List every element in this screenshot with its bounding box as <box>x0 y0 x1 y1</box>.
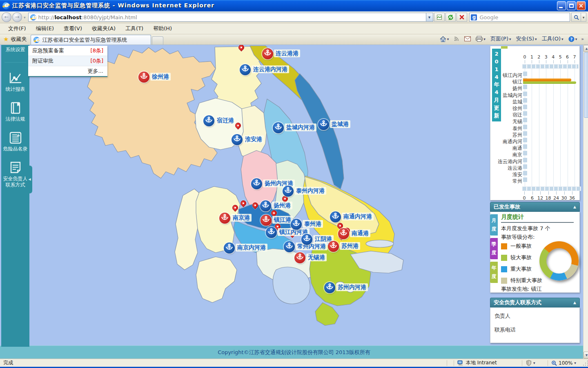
tools-menu-button[interactable]: 工具(O)▼ <box>540 34 565 43</box>
legend-swatch <box>501 278 507 284</box>
port-marker-red[interactable] <box>294 252 305 263</box>
help-button[interactable]: ? ▼ <box>567 35 579 43</box>
scroll-down-button[interactable]: ▼ <box>584 352 588 359</box>
sidebar-item-label: 安全负责人联系方式 <box>1 176 29 188</box>
compatibility-icon <box>437 14 442 20</box>
home-button[interactable]: ▼ <box>438 35 451 43</box>
vertical-scrollbar[interactable]: ▲ ▼ <box>583 45 588 359</box>
sidebar-item-1[interactable]: 法律法规 <box>1 101 29 122</box>
favorites-button[interactable]: ★ 收藏夹 <box>0 36 31 45</box>
port-marker-blue[interactable] <box>291 219 302 230</box>
port-marker-red[interactable] <box>219 213 230 224</box>
period-tab-1[interactable]: 季度 <box>490 238 498 259</box>
bottom-axis-tick: 6 <box>531 195 534 201</box>
legend-swatch <box>501 243 507 249</box>
forward-button[interactable]: → <box>12 12 22 22</box>
anchor-icon <box>326 283 334 292</box>
anchor-icon <box>221 213 229 223</box>
menu-item-0[interactable]: 文件(F) <box>3 24 31 34</box>
port-marker-red[interactable] <box>138 72 149 83</box>
chart-category-label: 连云港内河 <box>491 158 522 165</box>
contact-panel-header[interactable]: 安全负责人联系方式 ▲ <box>490 298 580 307</box>
book-icon <box>1 101 29 114</box>
search-options-dropdown[interactable]: ▼ <box>581 13 586 22</box>
search-button[interactable] <box>571 13 581 22</box>
sidebar-item-label: 法律法规 <box>1 116 29 122</box>
menu-item-5[interactable]: 帮助(H) <box>148 24 177 34</box>
sidebar-item-3[interactable]: 安全负责人联系方式 <box>1 161 29 188</box>
menu-item-1[interactable]: 编辑(E) <box>31 24 59 34</box>
port-marker-blue[interactable] <box>330 211 341 222</box>
chart-category-label: 盐城内河 <box>491 92 522 99</box>
back-button[interactable]: ← <box>2 12 11 22</box>
anchor-icon <box>140 72 148 82</box>
legend-label: 重大事故 <box>510 265 532 273</box>
safety-menu-button[interactable]: 安全(S)▼ <box>514 34 539 43</box>
scroll-up-button[interactable]: ▲ <box>584 45 588 52</box>
maximize-button[interactable] <box>567 1 576 10</box>
scroll-thumb[interactable] <box>584 52 588 118</box>
port-marker-blue[interactable] <box>301 234 312 245</box>
ie-icon <box>2 2 10 9</box>
port-marker-red[interactable] <box>328 241 339 252</box>
menu-item-2[interactable]: 查看(V) <box>59 24 87 34</box>
more-link[interactable]: 更多... <box>28 66 107 76</box>
port-marker-blue[interactable] <box>203 115 214 126</box>
port-marker-blue[interactable] <box>232 134 243 145</box>
port-marker-blue[interactable] <box>324 282 335 293</box>
port-marker-red[interactable] <box>338 228 349 239</box>
chart-icon <box>1 72 29 85</box>
chart-category-label: 盐城 <box>491 99 522 105</box>
port-marker-blue[interactable] <box>224 242 235 254</box>
mail-button[interactable] <box>463 36 472 42</box>
port-marker-red[interactable] <box>262 48 273 59</box>
address-dropdown[interactable]: ▼ <box>426 13 433 22</box>
feeds-button[interactable] <box>452 35 461 43</box>
history-dropdown-icon[interactable]: ▼ <box>24 16 26 19</box>
port-label: 扬州港 <box>272 202 292 209</box>
search-input[interactable]: g Google <box>469 13 570 22</box>
port-label: 南京港 <box>231 214 252 222</box>
period-tab-0[interactable]: 月度 <box>490 214 498 236</box>
search-placeholder: Google <box>479 14 498 20</box>
collapse-arrow-icon[interactable]: ▲ <box>573 301 576 305</box>
print-button[interactable]: ▼ <box>474 35 487 43</box>
port-marker-blue[interactable] <box>284 241 295 252</box>
period-tab-2[interactable]: 年度 <box>490 262 498 283</box>
quick-panel-row-license-approval[interactable]: 附证审批 [0条] <box>28 56 107 66</box>
zoom-control[interactable]: 100% ▼ <box>551 360 582 366</box>
close-button[interactable]: × <box>577 1 586 10</box>
stop-button[interactable] <box>457 13 467 22</box>
address-input[interactable]: http://localhost:8080/yjpt/Main.html <box>28 13 426 22</box>
port-marker-blue[interactable] <box>251 178 262 189</box>
port-marker-blue[interactable] <box>240 64 251 75</box>
port-marker-red[interactable] <box>261 215 272 226</box>
port-marker-blue[interactable] <box>273 122 284 133</box>
protected-mode-button[interactable]: ▼ <box>526 360 544 366</box>
compatibility-view-button[interactable] <box>434 13 445 22</box>
sidebar-item-system-settings[interactable]: 系统设置 <box>1 45 29 53</box>
active-tab[interactable]: 江苏省港口安全监管与应急管理系统 <box>31 35 151 45</box>
new-tab-button[interactable] <box>152 36 163 45</box>
resize-grip[interactable] <box>582 360 588 366</box>
accidents-panel-header[interactable]: 已发生事故 ▲ <box>490 202 580 212</box>
collapse-arrow-icon[interactable]: ▲ <box>573 205 576 209</box>
port-marker-blue[interactable] <box>260 200 271 211</box>
menu-item-3[interactable]: 收藏夹(A) <box>87 24 120 34</box>
port-label: 盐城内河港 <box>285 123 316 131</box>
port-marker-blue[interactable] <box>266 227 277 238</box>
overflow-chevron-icon[interactable]: » <box>580 36 585 42</box>
top-axis-tick: 2 <box>537 54 540 60</box>
anchor-icon <box>296 253 304 263</box>
menu-item-4[interactable]: 工具(T) <box>120 24 148 34</box>
anchor-icon <box>320 120 327 129</box>
quick-panel-row-emergency-plan[interactable]: 应急预案备案 [8条] <box>28 46 107 56</box>
sidebar-collapse-handle[interactable]: ◀ <box>27 166 32 193</box>
page-menu-button[interactable]: 页面(P)▼ <box>489 34 513 43</box>
minimize-button[interactable] <box>557 1 566 10</box>
refresh-button[interactable] <box>445 13 456 22</box>
sidebar-item-0[interactable]: 统计报表 <box>1 72 29 92</box>
port-marker-blue[interactable] <box>318 119 329 130</box>
sidebar-item-2[interactable]: !危险品名录 <box>1 131 29 152</box>
port-marker-blue[interactable] <box>283 186 294 197</box>
